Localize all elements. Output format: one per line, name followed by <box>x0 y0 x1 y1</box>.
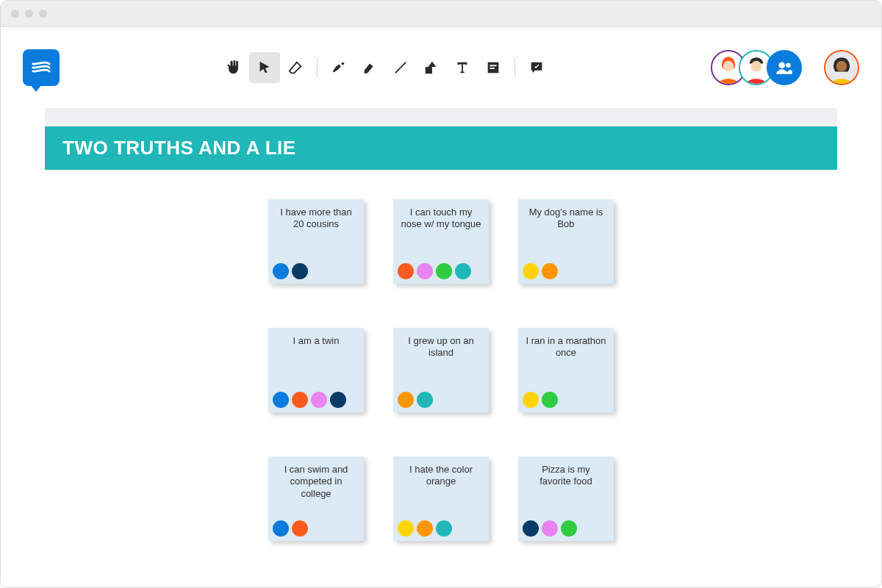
comment-tool[interactable] <box>521 52 552 83</box>
add-collaborator-button[interactable] <box>767 50 802 85</box>
svg-point-10 <box>778 62 785 68</box>
toolbar-separator <box>514 58 515 77</box>
sticky-note-grid: I have more than 20 cousinsI can touch m… <box>45 199 837 541</box>
sticky-note[interactable]: I hate the color orange <box>393 456 489 541</box>
svg-point-11 <box>786 63 791 68</box>
sticky-note-text: I hate the color orange <box>401 464 481 488</box>
text-tool[interactable] <box>447 52 478 83</box>
vote-dot[interactable] <box>523 392 539 408</box>
window-minimize-icon[interactable] <box>25 10 33 18</box>
vote-dot[interactable] <box>398 520 414 537</box>
sticky-note[interactable]: I am a twin <box>268 328 364 412</box>
text-icon <box>454 60 470 76</box>
vote-dot[interactable] <box>398 263 414 279</box>
logo-swirl-icon <box>30 57 52 79</box>
shape-tool[interactable] <box>416 52 447 83</box>
select-tool[interactable] <box>249 52 280 83</box>
svg-rect-2 <box>426 67 432 74</box>
window-close-icon[interactable] <box>11 10 19 18</box>
vote-dots <box>398 392 433 408</box>
svg-point-13 <box>836 61 847 72</box>
vote-dot[interactable] <box>523 263 539 279</box>
app-header <box>1 27 881 108</box>
sticky-note-text: I can touch my nose w/ my tongue <box>401 207 481 231</box>
sticky-note[interactable]: Pizza is my favorite food <box>518 456 614 541</box>
vote-dot[interactable] <box>292 392 308 408</box>
vote-dot[interactable] <box>417 520 433 537</box>
vote-dot[interactable] <box>292 520 308 537</box>
highlighter-tool[interactable] <box>354 52 385 83</box>
people-icon <box>775 58 794 77</box>
sticky-note-text: I grew up on an island <box>401 335 481 359</box>
toolbar <box>218 52 552 83</box>
vote-dot[interactable] <box>417 263 433 279</box>
svg-line-1 <box>395 62 406 74</box>
sticky-note-text: I have more than 20 cousins <box>276 207 356 231</box>
sticky-note[interactable]: My dog's name is Bob <box>518 199 614 284</box>
cursor-icon <box>257 60 273 76</box>
whiteboard-canvas[interactable]: TWO TRUTHS AND A LIE I have more than 20… <box>45 126 837 588</box>
sticky-note-text: I can swim and competed in college <box>276 464 356 500</box>
vote-dot[interactable] <box>417 392 433 408</box>
vote-dot[interactable] <box>542 520 558 537</box>
vote-dots <box>523 263 558 279</box>
hand-icon <box>226 60 242 76</box>
vote-dot[interactable] <box>523 520 539 537</box>
sticky-note-text: I ran in a marathon once <box>526 335 606 359</box>
hand-tool[interactable] <box>218 52 249 83</box>
vote-dots <box>523 392 558 408</box>
vote-dots <box>398 263 471 279</box>
pen-tool[interactable] <box>323 52 354 83</box>
activity-title: TWO TRUTHS AND A LIE <box>62 137 296 159</box>
browser-window: TWO TRUTHS AND A LIE I have more than 20… <box>0 0 882 588</box>
eraser-icon <box>287 60 304 76</box>
collaborator-avatars <box>711 50 859 85</box>
toolbar-separator <box>317 58 318 77</box>
sticky-note-text: Pizza is my favorite food <box>526 464 606 488</box>
vote-dots <box>398 520 452 537</box>
vote-dot[interactable] <box>273 520 289 537</box>
line-icon <box>392 60 409 76</box>
app-logo[interactable] <box>23 49 60 86</box>
svg-point-7 <box>723 61 734 72</box>
line-tool[interactable] <box>385 52 416 83</box>
window-maximize-icon[interactable] <box>39 10 47 18</box>
vote-dot[interactable] <box>292 263 308 279</box>
self-avatar[interactable] <box>824 50 859 85</box>
activity-title-banner: TWO TRUTHS AND A LIE <box>45 126 837 170</box>
sticky-note-text: My dog's name is Bob <box>526 207 606 231</box>
sticky-note[interactable]: I have more than 20 cousins <box>268 199 364 284</box>
vote-dot[interactable] <box>455 263 471 279</box>
shape-icon <box>423 60 440 76</box>
avatar-person-icon <box>825 50 858 85</box>
vote-dot[interactable] <box>273 263 289 279</box>
sticky-note-icon <box>485 60 501 76</box>
vote-dot[interactable] <box>330 392 346 408</box>
app-root: TWO TRUTHS AND A LIE I have more than 20… <box>1 27 881 588</box>
vote-dot[interactable] <box>542 263 558 279</box>
vote-dot[interactable] <box>561 520 577 537</box>
vote-dot[interactable] <box>436 520 452 537</box>
svg-rect-5 <box>490 68 494 69</box>
vote-dots <box>273 392 346 408</box>
vote-dot[interactable] <box>436 263 452 279</box>
highlighter-icon <box>362 60 378 76</box>
sticky-note[interactable]: I can touch my nose w/ my tongue <box>393 199 489 284</box>
vote-dots <box>273 263 308 279</box>
sticky-note[interactable]: I can swim and competed in college <box>268 456 364 541</box>
vote-dot[interactable] <box>311 392 327 408</box>
sticky-note-tool[interactable] <box>478 52 509 83</box>
vote-dot[interactable] <box>542 392 558 408</box>
svg-point-0 <box>342 62 345 65</box>
eraser-tool[interactable] <box>280 52 311 83</box>
svg-point-9 <box>751 61 762 72</box>
vote-dot[interactable] <box>273 392 289 408</box>
window-titlebar <box>1 1 881 27</box>
pen-icon <box>331 60 347 76</box>
sticky-note[interactable]: I grew up on an island <box>393 328 489 412</box>
comment-icon <box>528 60 545 76</box>
sticky-note[interactable]: I ran in a marathon once <box>518 328 614 412</box>
vote-dots <box>523 520 577 537</box>
vote-dot[interactable] <box>398 392 414 408</box>
canvas-viewport[interactable]: TWO TRUTHS AND A LIE I have more than 20… <box>45 108 837 588</box>
